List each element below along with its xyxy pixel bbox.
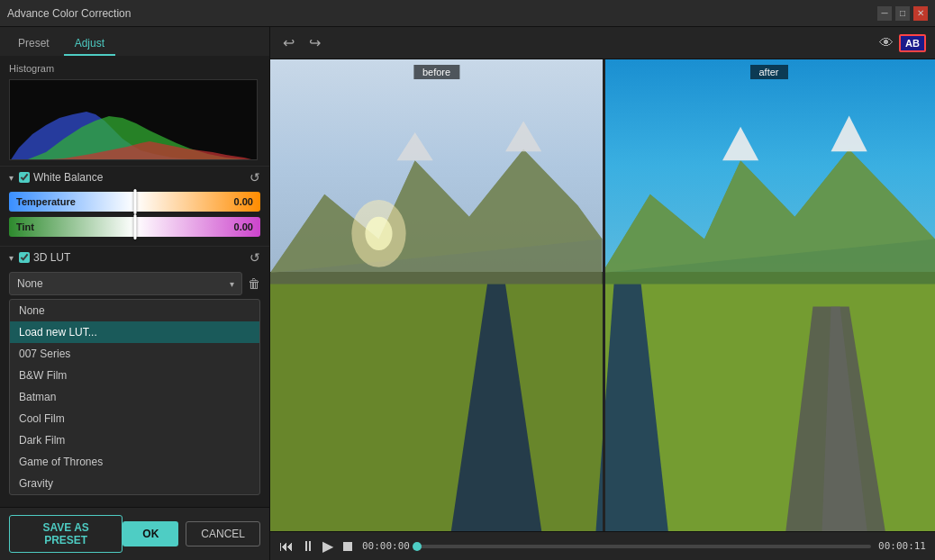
wb-checkbox-label[interactable]: White Balance: [19, 171, 103, 184]
end-time: 00:00:11: [878, 540, 926, 552]
progress-dot: [413, 542, 422, 551]
temperature-handle[interactable]: [133, 189, 136, 214]
white-balance-section: ▾ White Balance ↺ Temperature 0.00: [0, 166, 269, 246]
lut-header: ▾ 3D LUT ↺: [9, 250, 260, 265]
temperature-value: 0.00: [234, 196, 253, 207]
temperature-slider[interactable]: Temperature 0.00: [9, 192, 260, 212]
tint-handle[interactable]: [133, 214, 136, 239]
temperature-label: Temperature: [16, 196, 76, 207]
svg-marker-9: [831, 115, 867, 151]
svg-rect-10: [270, 285, 602, 531]
redo-button[interactable]: ↪: [305, 32, 324, 53]
progress-bar[interactable]: [417, 545, 871, 548]
lut-option-batman[interactable]: Batman: [10, 386, 259, 408]
histogram-section: Histogram: [0, 56, 269, 166]
lut-option-gravity[interactable]: Gravity: [10, 473, 259, 494]
toolbar: ↩ ↪ 👁 AB: [270, 27, 935, 59]
window-controls: ─ □ ✕: [877, 6, 928, 21]
svg-point-5: [365, 217, 392, 250]
save-preset-button[interactable]: SAVE AS PRESET: [9, 515, 123, 553]
lut-chevron-icon[interactable]: ▾: [9, 253, 14, 263]
before-label: before: [413, 65, 459, 79]
cancel-button[interactable]: CANCEL: [186, 521, 260, 546]
visibility-button[interactable]: 👁: [879, 35, 894, 51]
svg-marker-2: [397, 132, 433, 160]
tint-slider[interactable]: Tint 0.00: [9, 217, 260, 237]
temperature-row: Temperature 0.00: [9, 192, 260, 212]
app-title: Advance Color Correction: [7, 7, 131, 20]
lut-dropdown[interactable]: None ▾: [9, 272, 242, 295]
histogram-label: Histogram: [9, 63, 260, 74]
wb-header: ▾ White Balance ↺: [9, 170, 260, 185]
lut-selected-value: None: [17, 277, 43, 290]
lut-dropdown-row: None ▾ 🗑: [9, 272, 260, 295]
lut-label: 3D LUT: [33, 251, 70, 264]
ab-compare-button[interactable]: AB: [899, 34, 926, 52]
play-button[interactable]: ▶: [322, 537, 333, 555]
minimize-button[interactable]: ─: [877, 6, 892, 21]
wb-label: White Balance: [33, 171, 103, 184]
dropdown-chevron-icon: ▾: [230, 279, 234, 289]
split-divider[interactable]: [603, 59, 605, 531]
wb-header-left: ▾ White Balance: [9, 171, 103, 184]
lut-delete-button[interactable]: 🗑: [248, 276, 260, 291]
lut-option-none[interactable]: None: [10, 300, 259, 321]
histogram-svg: [10, 80, 258, 160]
toolbar-right: 👁 AB: [879, 34, 926, 52]
title-bar: Advance Color Correction ─ □ ✕: [0, 0, 935, 27]
lut-option-got[interactable]: Game of Thrones: [10, 451, 259, 473]
lut-checkbox[interactable]: [19, 252, 30, 263]
svg-marker-3: [505, 122, 541, 152]
action-right-buttons: OK CANCEL: [123, 521, 260, 546]
action-bar: SAVE AS PRESET OK CANCEL: [0, 507, 269, 560]
tab-bar: Preset Adjust: [0, 27, 269, 56]
left-panel: Preset Adjust Histogram ▾: [0, 27, 270, 560]
main-layout: Preset Adjust Histogram ▾: [0, 27, 935, 560]
lut-option-007[interactable]: 007 Series: [10, 343, 259, 365]
lut-dropdown-menu: None Load new LUT... 007 Series B&W Film…: [9, 299, 260, 495]
restore-button[interactable]: □: [895, 6, 910, 21]
lut-option-bw[interactable]: B&W Film: [10, 365, 259, 386]
current-time: 00:00:00: [362, 540, 410, 552]
lut-option-load-new[interactable]: Load new LUT...: [10, 321, 259, 343]
histogram-canvas: [9, 79, 258, 160]
wb-checkbox[interactable]: [19, 172, 30, 183]
undo-button[interactable]: ↩: [279, 32, 298, 53]
wb-reset-button[interactable]: ↺: [250, 170, 260, 185]
lut-checkbox-label[interactable]: 3D LUT: [19, 251, 70, 264]
video-preview: before after: [270, 59, 935, 531]
tint-value: 0.00: [234, 221, 253, 232]
playback-bar: ⏮ ⏸ ▶ ⏹ 00:00:00 00:00:11: [270, 531, 935, 560]
tab-adjust[interactable]: Adjust: [64, 32, 115, 56]
lut-option-cool-film[interactable]: Cool Film: [10, 408, 259, 429]
lut-section: ▾ 3D LUT ↺ None ▾ 🗑 None Load: [0, 246, 269, 507]
lut-option-dark-film[interactable]: Dark Film: [10, 429, 259, 451]
svg-marker-8: [722, 127, 758, 160]
lut-reset-button[interactable]: ↺: [250, 250, 260, 265]
tint-label: Tint: [16, 221, 34, 232]
lut-header-left: ▾ 3D LUT: [9, 251, 70, 264]
skip-back-button[interactable]: ⏮: [279, 538, 294, 555]
tint-row: Tint 0.00: [9, 217, 260, 237]
right-panel: ↩ ↪ 👁 AB before after: [270, 27, 935, 560]
stop-button[interactable]: ⏹: [340, 538, 355, 555]
tab-preset[interactable]: Preset: [7, 32, 60, 56]
pause-button[interactable]: ⏸: [301, 538, 315, 555]
ok-button[interactable]: OK: [123, 521, 178, 546]
close-button[interactable]: ✕: [913, 6, 928, 21]
wb-chevron-icon[interactable]: ▾: [9, 173, 14, 183]
video-background: [270, 59, 935, 531]
after-label: after: [749, 65, 787, 79]
toolbar-left: ↩ ↪: [279, 32, 324, 53]
